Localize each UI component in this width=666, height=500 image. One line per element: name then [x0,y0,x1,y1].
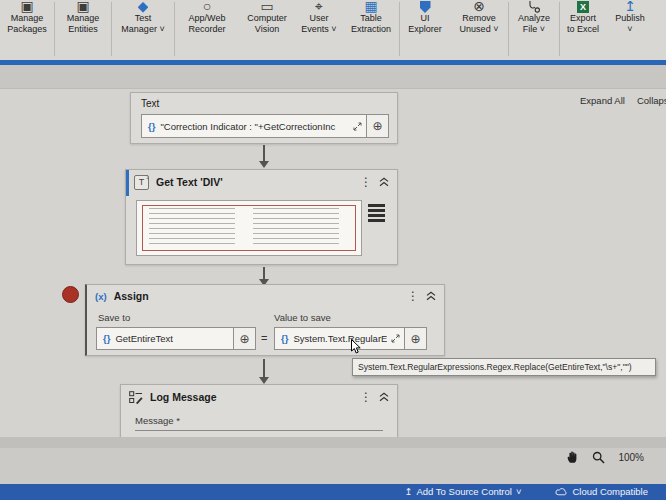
excel-icon: X [577,1,589,13]
curly-braces-icon: {} [148,121,155,132]
save-to-input[interactable]: {} GetEntireText ⊕ [96,327,256,350]
thumbnail-text-lines [253,208,339,248]
ribbon-item-remove-unused[interactable]: ⊗ Remove Unused ˅ [450,0,508,60]
save-to-label: Save to [98,312,130,323]
get-text-activity-card[interactable]: T ↓ Get Text 'DIV' ⋮ [125,169,398,265]
thumbnail-text-lines [149,208,235,248]
plus-circle-icon[interactable]: ⊕ [233,328,255,349]
recorder-icon: ○ [203,1,211,13]
text-activity-card[interactable]: Text {} "Correction Indicator : "+GetCor… [130,92,398,144]
open-expression-editor-icon[interactable] [391,334,400,343]
expand-all-link[interactable]: Expand All [580,95,625,106]
collapse-chevron-icon[interactable] [426,291,436,301]
uipath-studio-window: ▣ Manage Packages ▣ Manage Entities ◆ Te… [0,0,666,500]
table-extraction-icon: ▦ [364,1,377,13]
stethoscope-icon [528,1,540,13]
user-events-icon: ⌖ [315,1,323,13]
ribbon-item-app-web-recorder[interactable]: ○ App/Web Recorder [175,0,239,60]
expression-tooltip: System.Text.RegularExpressions.Regex.Rep… [352,358,656,376]
publish-icon: ↥ [624,1,636,13]
collapse-chevron-icon[interactable] [379,177,389,187]
test-manager-icon: ◆ [138,1,149,13]
cloud-icon [555,487,568,496]
ribbon-accent-line [0,60,666,65]
status-bar: ↥ Add To Source Control ˅ Cloud Compatib… [0,484,666,500]
assign-title: Assign [114,290,400,302]
ribbon-item-user-events[interactable]: ⌖ User Events ˅ [295,0,343,60]
kebab-menu-icon[interactable]: ⋮ [360,391,372,403]
horizontal-scrollbar[interactable] [0,437,666,448]
get-text-icon: T ↓ [134,175,149,190]
connector-line [263,145,265,161]
message-input[interactable] [135,417,383,431]
connector-arrow [259,377,269,384]
value-to-save-label: Value to save [274,312,331,323]
ribbon-item-publish[interactable]: ↥ Publish ˅ [606,0,654,60]
manage-packages-icon: ▣ [20,1,33,13]
shield-icon [420,1,431,13]
kebab-menu-icon[interactable]: ⋮ [360,176,372,188]
kebab-menu-icon[interactable]: ⋮ [407,290,419,302]
assign-activity-card[interactable]: (x) Assign ⋮ Save to Value to save {} Ge… [85,284,445,356]
breakpoint-dot[interactable] [62,286,79,303]
camera-icon: ▭ [260,1,273,13]
curly-braces-icon: {} [281,333,288,344]
connector-line [263,267,265,279]
text-activity-title: Text [131,93,397,109]
ribbon-item-computer-vision[interactable]: ▭ Computer Vision [239,0,295,60]
chevron-down-icon: ˅ [516,486,522,497]
log-message-icon [129,391,143,404]
ribbon-item-manage-entities[interactable]: ▣ Manage Entities [55,0,111,60]
plus-circle-icon[interactable]: ⊕ [366,115,388,137]
collapse-all-link[interactable]: Collapse All [637,95,666,106]
ribbon-toolbar: ▣ Manage Packages ▣ Manage Entities ◆ Te… [0,0,666,60]
manage-entities-icon: ▣ [76,1,89,13]
text-expression-input[interactable]: {} "Correction Indicator : "+GetCorrecti… [141,114,389,138]
zoom-level-value: 100% [618,452,644,463]
ribbon-item-table-extraction[interactable]: ▦ Table Extraction [343,0,399,60]
target-element-screenshot[interactable] [136,200,362,256]
plus-circle-icon[interactable]: ⊕ [404,328,426,349]
ribbon-item-manage-packages[interactable]: ▣ Manage Packages [0,0,54,60]
hamburger-menu-icon[interactable] [368,204,385,224]
ribbon-item-ui-explorer[interactable]: UI Explorer [400,0,450,60]
ribbon-item-analyze-file[interactable]: Analyze File ˅ [509,0,559,60]
connector-arrow [259,161,269,168]
add-to-source-control-button[interactable]: ↥ Add To Source Control ˅ [405,486,522,497]
ribbon-item-export-to-excel[interactable]: X Export to Excel [560,0,606,60]
cloud-compatible-indicator[interactable]: Cloud Compatible [555,486,648,497]
curly-braces-icon: {} [103,333,110,344]
selection-accent-bar [126,170,129,196]
connector-line [263,359,265,377]
assign-fx-icon: (x) [95,291,107,302]
log-message-title: Log Message [150,391,353,403]
mouse-cursor-icon [350,339,362,359]
workflow-designer-canvas[interactable]: Expand All Collapse All Text {} "Correct… [0,88,666,437]
get-text-title: Get Text 'DIV' [156,176,353,188]
upload-icon: ↥ [405,486,413,497]
expand-collapse-links: Expand All Collapse All [580,95,666,106]
log-message-activity-card[interactable]: Log Message ⋮ Message * [120,384,398,437]
ribbon-item-test-manager[interactable]: ◆ Test Manager ˅ [112,0,174,60]
pan-hand-icon[interactable] [566,450,579,464]
remove-unused-icon: ⊗ [473,1,485,13]
equals-sign: = [261,332,267,344]
zoom-magnifier-icon[interactable] [592,451,605,464]
open-expression-editor-icon[interactable] [353,122,362,131]
collapse-chevron-icon[interactable] [379,392,389,402]
